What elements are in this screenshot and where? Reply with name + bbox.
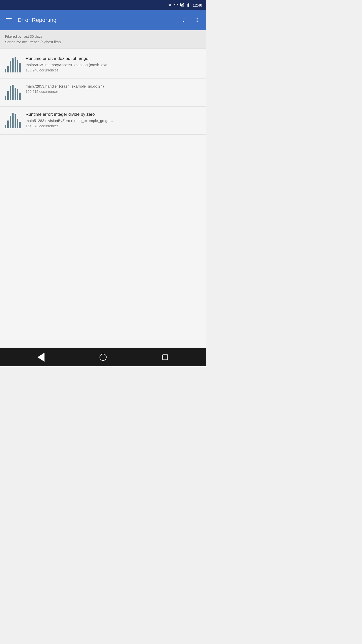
bar-2 [7,66,9,72]
status-icons: 12:48 [168,3,202,7]
error-chart-2 [4,84,22,101]
error-subtitle-1: main58139.memoryAccessException (crash_e… [26,62,202,67]
error-subtitle-2: main72853.handler (crash_example_go.go:2… [26,84,202,89]
menu-line-2 [6,20,12,20]
app-bar: Error Reporting [0,10,206,30]
error-occurrences-2: 160,215 occurrences [26,90,202,94]
bar-5 [15,88,16,100]
nav-recents-button[interactable] [159,351,171,364]
error-title-1: Runtime error: index out of range [26,56,202,61]
bar-1 [5,69,6,72]
nav-home-button[interactable] [97,351,109,364]
error-occurrences-1: 160,246 occurrences [26,68,202,72]
recents-icon [162,354,168,360]
app-bar-actions [180,15,202,25]
bar-7 [19,63,21,72]
bluetooth-icon [168,3,172,7]
error-list: Runtime error: index out of range main58… [0,49,206,348]
sort-line: Sorted by: occurrence (highest first) [5,39,201,45]
bar-5 [15,57,16,72]
nav-bar [0,348,206,366]
bar-3 [10,116,11,128]
status-time: 12:48 [193,3,202,7]
bar-5 [15,114,16,128]
bar-4 [12,85,13,100]
bar-6 [17,89,18,100]
error-content-1: Runtime error: index out of range main58… [26,56,202,72]
home-icon [100,354,107,361]
error-content-2: main72853.handler (crash_example_go.go:2… [26,84,202,94]
error-title-3: Runtime error: integer divide by zero [26,112,202,117]
bar-7 [19,93,21,100]
bar-4 [12,113,13,128]
more-options-button[interactable] [192,15,202,25]
filter-info-bar: Filtered by: last 30 days Sorted by: occ… [0,30,206,49]
error-item-2[interactable]: main72853.handler (crash_example_go.go:2… [0,79,206,107]
filter-line-1: Filtered by: last 30 days [5,34,201,39]
bar-2 [7,120,9,128]
status-bar: 12:48 [0,0,206,10]
bar-2 [7,91,9,100]
error-subtitle-3: main51283.divisionByZero (crash_example_… [26,118,202,123]
bar-6 [17,60,18,72]
app-title: Error Reporting [18,17,176,23]
error-chart-3 [4,112,22,129]
back-icon [37,353,44,362]
error-item-1[interactable]: Runtime error: index out of range main58… [0,51,206,79]
nav-back-button[interactable] [35,351,47,364]
bar-6 [17,119,18,128]
filter-button[interactable] [180,15,190,25]
error-occurrences-3: 154,873 occurrences [26,124,202,128]
error-item-3[interactable]: Runtime error: integer divide by zero ma… [0,107,206,135]
wifi-icon [174,3,178,7]
bar-7 [19,122,21,128]
menu-button[interactable] [4,16,14,24]
bar-1 [5,125,6,128]
bar-1 [5,96,6,100]
bar-3 [10,86,11,100]
error-chart-1 [4,56,22,73]
menu-line-1 [6,18,12,19]
menu-line-3 [6,22,12,22]
bar-4 [12,58,13,72]
battery-icon [186,3,191,7]
signal-icon [180,3,184,7]
bar-3 [10,61,11,72]
error-content-3: Runtime error: integer divide by zero ma… [26,112,202,128]
